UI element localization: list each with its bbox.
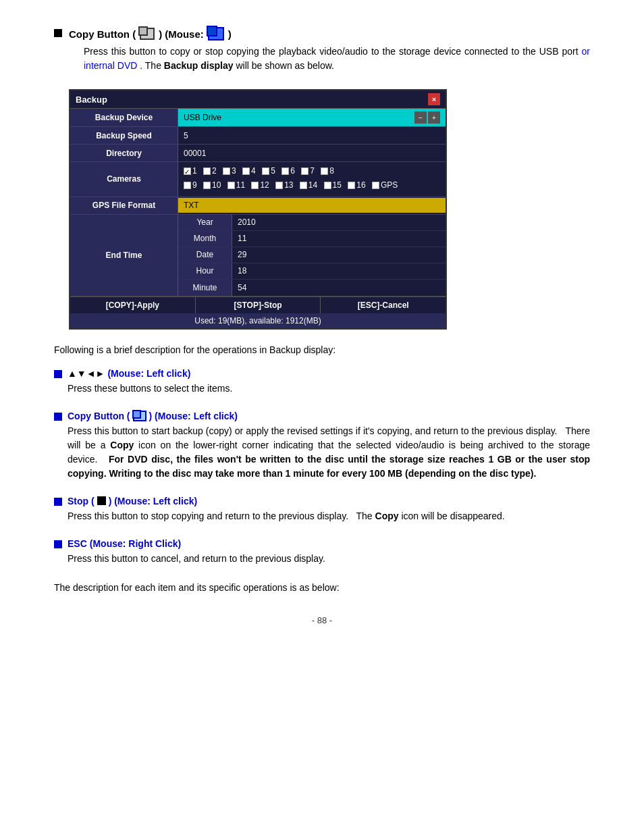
esc-heading: ESC (Mouse: Right Click) xyxy=(68,538,590,549)
backup-speed-row: Backup Speed 5 xyxy=(70,127,446,145)
month-value: 11 xyxy=(232,232,446,245)
cam-gps[interactable]: GPS xyxy=(372,179,398,192)
backup-close-button[interactable]: × xyxy=(428,93,440,105)
backup-device-value: USB Drive − + xyxy=(178,109,446,126)
copy-icon-main xyxy=(140,28,155,40)
backup-device-btn-minus[interactable]: − xyxy=(414,111,427,124)
minute-value: 54 xyxy=(232,281,446,294)
cam-12[interactable]: 12 xyxy=(251,179,269,192)
cam-11[interactable]: 11 xyxy=(227,179,245,192)
heading-copy-button-mid: ) (Mouse: xyxy=(159,28,204,40)
cam-3[interactable]: 3 xyxy=(223,165,236,178)
stop-icon xyxy=(97,496,106,505)
heading-copy-button-pre: Copy Button ( xyxy=(69,28,136,40)
cam-2[interactable]: 2 xyxy=(203,165,217,178)
stop-heading-pre: Stop ( xyxy=(68,496,95,506)
mouse-icon-main xyxy=(208,27,224,41)
arrows-heading: ▲▼◄► (Mouse: Left click) xyxy=(68,368,590,379)
gps-format-label: GPS File Format xyxy=(70,197,178,214)
following-desc: Following is a brief description for the… xyxy=(54,343,590,357)
arrows-symbols: ▲▼◄► xyxy=(68,368,105,379)
backup-device-row: Backup Device USB Drive − + xyxy=(70,109,446,127)
cameras-checkboxes: 1 2 3 4 5 6 7 8 9 10 11 12 13 14 15 xyxy=(178,162,446,197)
backup-device-btn-plus[interactable]: + xyxy=(428,111,440,124)
gps-format-value: TXT xyxy=(178,198,446,213)
hour-row: Hour 18 xyxy=(178,263,446,280)
stop-bullet xyxy=(54,498,62,506)
bullet-square-main xyxy=(54,29,62,37)
copy-button-heading-post: ) (Mouse: Left click) xyxy=(149,411,238,421)
backup-directory-value: 00001 xyxy=(178,146,446,161)
gps-format-row: GPS File Format TXT xyxy=(70,197,446,215)
date-value: 29 xyxy=(232,248,446,261)
date-row: Date 29 xyxy=(178,247,446,263)
backup-directory-label: Directory xyxy=(70,145,178,161)
backup-title: Backup xyxy=(76,95,107,105)
cam-5[interactable]: 5 xyxy=(262,165,275,178)
backup-footer-buttons: [COPY]-Apply [STOP]-Stop [ESC]-Cancel xyxy=(70,296,446,313)
cam-10[interactable]: 10 xyxy=(203,179,221,192)
cam-8[interactable]: 8 xyxy=(321,165,334,178)
storage-info: Used: 19(MB), available: 1912(MB) xyxy=(70,313,446,328)
copy-button-heading-pre: Copy Button ( xyxy=(68,411,130,421)
arrows-body: Press these buttons to select the items. xyxy=(68,382,590,396)
cameras-label: Cameras xyxy=(70,162,178,197)
backup-title-row: Backup × xyxy=(70,90,446,109)
stop-heading: Stop ( ) (Mouse: Left click) xyxy=(68,496,590,506)
cam-7[interactable]: 7 xyxy=(301,165,315,178)
arrows-section: ▲▼◄► (Mouse: Left click) Press these but… xyxy=(54,368,590,401)
backup-speed-label: Backup Speed xyxy=(70,127,178,144)
minute-label: Minute xyxy=(178,280,232,296)
copy-icon-sub xyxy=(133,411,146,421)
copy-button-heading: Copy Button ( ) (Mouse: Left click) xyxy=(68,411,590,421)
stop-button[interactable]: [STOP]-Stop xyxy=(196,297,321,313)
backup-display-table: Backup × Backup Device USB Drive − + Bac… xyxy=(69,89,447,330)
year-row: Year 2010 xyxy=(178,215,446,231)
esc-section: ESC (Mouse: Right Click) Press this butt… xyxy=(54,538,590,571)
copy-button-body: Press this button to start backup (copy)… xyxy=(68,424,590,481)
month-label: Month xyxy=(178,231,232,246)
end-time-fields: Year 2010 Month 11 Date 29 Hour 18 Minut… xyxy=(178,215,446,296)
cam-1[interactable]: 1 xyxy=(184,165,197,178)
cam-6[interactable]: 6 xyxy=(281,165,295,178)
page-number: - 88 - xyxy=(54,615,590,625)
esc-bullet xyxy=(54,540,62,548)
date-label: Date xyxy=(178,247,232,263)
stop-section: Stop ( ) (Mouse: Left click) Press this … xyxy=(54,496,590,529)
cam-14[interactable]: 14 xyxy=(300,179,317,192)
copy-button-desc: Press this button to copy or stop copyin… xyxy=(84,45,590,73)
cam-15[interactable]: 15 xyxy=(324,179,342,192)
final-text: The description for each item and its sp… xyxy=(54,581,590,595)
copy-apply-button[interactable]: [COPY]-Apply xyxy=(70,297,196,313)
year-value: 2010 xyxy=(232,215,446,229)
copy-button-bullet xyxy=(54,413,62,421)
backup-speed-value: 5 xyxy=(178,128,446,143)
heading-copy-button-end: ) xyxy=(228,28,232,40)
arrows-bullet xyxy=(54,370,62,378)
hour-label: Hour xyxy=(178,263,232,279)
cam-13[interactable]: 13 xyxy=(275,179,293,192)
arrows-mouse-text: (Mouse: Left click) xyxy=(107,368,190,379)
esc-mouse-text: (Mouse: Right Click) xyxy=(90,538,181,549)
cameras-row: Cameras 1 2 3 4 5 6 7 8 9 10 11 12 1 xyxy=(70,162,446,197)
backup-directory-row: Directory 00001 xyxy=(70,145,446,162)
cam-9[interactable]: 9 xyxy=(184,179,197,192)
esc-body: Press this button to cancel, and return … xyxy=(68,552,590,566)
minute-row: Minute 54 xyxy=(178,280,446,296)
stop-heading-post: ) (Mouse: Left click) xyxy=(109,496,197,506)
month-row: Month 11 xyxy=(178,231,446,247)
stop-body: Press this button to stop copying and re… xyxy=(68,509,590,523)
esc-cancel-button[interactable]: [ESC]-Cancel xyxy=(321,297,446,313)
end-time-label: End Time xyxy=(70,215,178,296)
cam-4[interactable]: 4 xyxy=(242,165,256,178)
hour-value: 18 xyxy=(232,264,446,278)
backup-device-label: Backup Device xyxy=(70,109,178,126)
year-label: Year xyxy=(178,215,232,230)
end-time-section: End Time Year 2010 Month 11 Date 29 Hour… xyxy=(70,215,446,296)
esc-text: ESC xyxy=(68,538,87,549)
copy-button-section: Copy Button ( ) (Mouse: Left click) Pres… xyxy=(54,411,590,486)
cam-16[interactable]: 16 xyxy=(348,179,365,192)
